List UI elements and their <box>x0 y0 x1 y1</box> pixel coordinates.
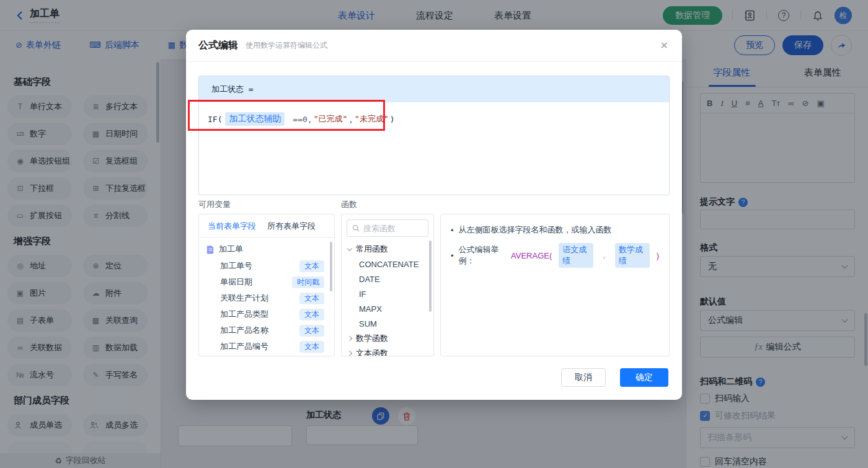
variables-panel: 当前表单字段 所有表单字段 加工单 加工单号 文本 单据日期 时间戳 关联生产计… <box>198 214 335 356</box>
formula-close-paren: ) <box>390 115 395 124</box>
group-name: 常用函数 <box>356 244 388 255</box>
confirm-button[interactable]: 确定 <box>620 368 668 387</box>
type-badge: 文本 <box>299 293 324 304</box>
example-separator: ， <box>600 250 608 261</box>
cancel-button[interactable]: 取消 <box>561 368 606 387</box>
formula-string-undone: "未完成" <box>355 113 389 125</box>
bullet-icon <box>451 251 454 260</box>
functions-panel: 常用函数 CONCATENATE DATE IF MAPX SUM 数学函数 文… <box>341 214 434 356</box>
type-badge: 文本 <box>299 325 324 337</box>
variable-name: 关联生产计划 <box>220 293 268 304</box>
function-item-mapx[interactable]: MAPX <box>342 301 433 316</box>
modal-title: 公式编辑 <box>198 39 238 52</box>
group-name: 数学函数 <box>356 333 388 344</box>
bullet-icon <box>451 226 454 235</box>
variable-name: 加工单号 <box>220 260 252 272</box>
form-designer-app: 加工单 表单设计 流程设定 表单设置 数据管理 ? 检 ⊘ 表单外链 <box>0 0 868 468</box>
variable-name: 加工产品类型 <box>220 309 268 320</box>
function-item-sum[interactable]: SUM <box>342 316 433 331</box>
help-line-2: 公式编辑举例： AVERAGE( 语文成绩 ， 数学成绩 ) <box>451 243 659 268</box>
root-form-name: 加工单 <box>219 244 243 255</box>
variable-row[interactable]: 加工产品类型 文本 <box>199 306 334 322</box>
close-icon[interactable]: ✕ <box>660 40 668 51</box>
help-example-prefix: 公式编辑举例： <box>459 244 506 267</box>
variables-tree-root[interactable]: 加工单 <box>199 241 334 258</box>
formula-operator: ==0, <box>288 115 312 124</box>
variable-name: 加工产品名称 <box>220 325 268 336</box>
variables-scrollbar[interactable] <box>330 242 332 291</box>
formula-expression[interactable]: IF( 加工状态辅助 ==0, "已完成" , "未完成" ) <box>199 102 669 136</box>
formula-field-token[interactable]: 加工状态辅助 <box>225 112 285 126</box>
functions-section-label: 函数 <box>341 199 357 210</box>
variable-name: 单据日期 <box>220 276 252 288</box>
chevron-right-icon <box>347 336 352 341</box>
function-group-math[interactable]: 数学函数 <box>342 331 433 346</box>
function-search-box[interactable] <box>347 219 428 237</box>
variables-tabs: 当前表单字段 所有表单字段 <box>199 214 334 238</box>
variable-row[interactable]: 加工单号 文本 <box>199 258 334 274</box>
type-badge: 时间戳 <box>292 276 324 288</box>
function-item-if[interactable]: IF <box>342 286 433 301</box>
example-field-token: 数学成绩 <box>615 243 650 268</box>
type-badge: 文本 <box>299 341 324 353</box>
help-text: 从左侧面板选择字段名和函数，或输入函数 <box>459 224 612 236</box>
formula-edit-modal: 公式编辑 使用数学运算符编辑公式 ✕ 加工状态 = IF( 加工状态辅助 ==0… <box>186 30 682 400</box>
chevron-right-icon <box>347 351 352 356</box>
formula-editor[interactable]: 加工状态 = IF( 加工状态辅助 ==0, "已完成" , "未完成" ) <box>198 76 670 195</box>
function-group-text[interactable]: 文本函数 <box>342 346 433 356</box>
help-line-1: 从左侧面板选择字段名和函数，或输入函数 <box>451 224 659 236</box>
formula-string-done: "已完成" <box>314 113 348 125</box>
formula-comma: , <box>348 115 353 124</box>
variable-name: 加工产品编号 <box>220 341 268 352</box>
variable-row[interactable]: 加工产品名称 文本 <box>199 322 334 338</box>
variable-row[interactable]: 关联生产计划 文本 <box>199 290 334 306</box>
variables-section-label: 可用变量 <box>198 199 231 210</box>
example-function-open: AVERAGE( <box>511 251 552 260</box>
type-badge: 文本 <box>299 309 324 320</box>
function-item-date[interactable]: DATE <box>342 272 433 286</box>
formula-target-bar: 加工状态 = <box>199 76 669 102</box>
formula-help-panel: 从左侧面板选择字段名和函数，或输入函数 公式编辑举例： AVERAGE( 语文成… <box>440 214 670 356</box>
modal-header: 公式编辑 使用数学运算符编辑公式 ✕ <box>186 30 682 62</box>
search-icon <box>352 224 360 232</box>
group-name: 文本函数 <box>356 348 388 356</box>
type-badge: 文本 <box>299 260 324 272</box>
chevron-down-icon <box>347 245 352 250</box>
variable-row[interactable]: 加工产品编号 文本 <box>199 338 334 355</box>
example-function-close: ) <box>657 251 659 260</box>
function-item-concatenate[interactable]: CONCATENATE <box>342 257 433 272</box>
modal-subtitle: 使用数学运算符编辑公式 <box>246 40 327 51</box>
tab-all-form-fields[interactable]: 所有表单字段 <box>267 221 316 232</box>
formula-if-open: IF( <box>208 115 222 124</box>
example-field-token: 语文成绩 <box>559 243 593 268</box>
formula-target-label: 加工状态 = <box>211 84 254 95</box>
function-group-common[interactable]: 常用函数 <box>342 242 433 257</box>
variable-row[interactable]: 单据日期 时间戳 <box>199 274 334 290</box>
form-doc-icon <box>206 245 215 254</box>
tab-current-form-fields[interactable]: 当前表单字段 <box>208 221 256 232</box>
function-search-input[interactable] <box>363 224 423 233</box>
functions-scrollbar[interactable] <box>429 241 432 312</box>
